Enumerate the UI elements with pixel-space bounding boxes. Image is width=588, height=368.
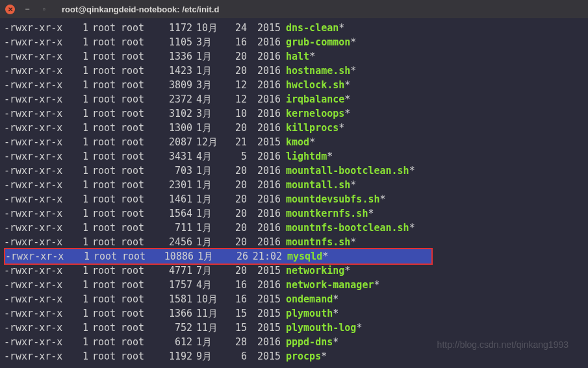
file-day: 28 [225,335,247,349]
file-links: 1 [75,49,88,64]
file-month: 3月 [192,78,225,92]
file-year: 2016 [247,335,286,349]
file-group: root [121,292,153,306]
file-year: 2016 [247,235,286,249]
file-day: 5 [225,149,247,164]
file-owner: root [88,306,121,321]
file-month: 12月 [192,135,225,149]
file-group: root [121,49,153,64]
file-name: mountkernfs.sh* [286,206,374,221]
file-permissions: -rwxr-xr-x [4,192,75,206]
file-year: 2016 [247,92,286,106]
file-row: -rwxr-xr-x1rootroot136611月152015plymouth… [4,306,584,321]
file-owner: root [88,149,121,164]
file-name: mysqld* [287,249,328,264]
file-month: 1月 [192,178,225,192]
file-permissions: -rwxr-xr-x [5,249,77,264]
file-permissions: -rwxr-xr-x [4,78,75,92]
file-name: hwclock.sh* [286,78,350,92]
file-permissions: -rwxr-xr-x [4,349,75,363]
file-group: root [121,264,153,278]
file-group: root [121,306,153,321]
file-group: root [122,249,155,264]
file-owner: root [88,192,121,206]
file-year: 2016 [247,164,286,178]
file-row: -rwxr-xr-x1rootroot31023月102016kerneloop… [4,106,584,121]
file-permissions: -rwxr-xr-x [4,278,75,292]
file-year: 2015 [247,264,286,278]
file-group: root [121,206,153,221]
file-row: -rwxr-xr-x1rootroot117210月242015dns-clea… [4,21,584,35]
minimize-icon[interactable]: − [23,5,32,14]
file-day: 20 [225,121,247,135]
file-permissions: -rwxr-xr-x [4,121,75,135]
close-icon[interactable]: ✕ [5,5,15,14]
executable-marker: * [344,93,350,105]
executable-marker: * [333,336,339,348]
file-permissions: -rwxr-xr-x [4,264,75,278]
file-name: plymouth-log* [286,321,362,335]
file-year: 2016 [247,192,286,206]
file-month: 4月 [192,278,225,292]
file-permissions: -rwxr-xr-x [4,135,75,149]
executable-marker: * [356,322,362,334]
executable-marker: * [333,293,339,305]
file-month: 11月 [192,321,225,335]
file-links: 1 [75,135,88,149]
file-name: kmod* [286,135,315,149]
titlebar: ✕ − ▫ root@qinkangdeid-notebook: /etc/in… [0,0,588,18]
file-group: root [121,278,153,292]
file-year: 2015 [247,21,286,35]
file-day: 10 [225,106,247,121]
file-group: root [121,149,153,164]
file-links: 1 [75,321,88,335]
executable-marker: * [374,279,379,291]
file-owner: root [88,278,121,292]
file-month: 10月 [192,21,225,35]
file-year: 2016 [247,221,286,235]
file-group: root [121,349,153,363]
executable-marker: * [339,22,344,34]
file-day: 20 [225,164,247,178]
file-month: 9月 [192,349,225,363]
file-size: 1105 [153,35,192,49]
terminal-output[interactable]: -rwxr-xr-x1rootroot117210月242015dns-clea… [0,18,588,366]
file-size: 1461 [153,192,192,206]
file-size: 3431 [153,149,192,164]
file-owner: root [88,206,121,221]
file-size: 2456 [153,235,192,249]
file-name: halt* [286,49,315,64]
file-row: -rwxr-xr-x1rootroot7111月202016mountnfs-b… [4,221,584,235]
executable-marker: * [368,208,374,219]
file-year: 2016 [247,178,286,192]
file-owner: root [88,221,121,235]
file-links: 1 [75,21,88,35]
file-name: procps* [286,349,327,363]
file-links: 1 [75,35,88,49]
file-size: 1757 [153,278,192,292]
file-month: 10月 [192,292,225,306]
maximize-icon[interactable]: ▫ [40,5,49,14]
file-owner: root [88,321,121,335]
file-size: 2301 [153,178,192,192]
file-year: 2015 [247,349,286,363]
file-day: 15 [225,306,247,321]
file-month: 7月 [192,264,225,278]
file-month: 1月 [192,235,225,249]
file-day: 20 [225,221,247,235]
executable-marker: * [380,193,386,205]
file-year: 2015 [247,321,286,335]
file-links: 1 [75,149,88,164]
file-owner: root [88,264,121,278]
file-size: 1192 [153,349,192,363]
window-title: root@qinkangdeid-notebook: /etc/init.d [62,5,219,14]
file-permissions: -rwxr-xr-x [4,321,75,335]
file-permissions: -rwxr-xr-x [4,49,75,64]
file-year: 2016 [247,49,286,64]
file-day: 16 [225,292,247,306]
file-size: 1581 [153,292,192,306]
file-size: 1300 [153,121,192,135]
file-name: mountall.sh* [286,178,356,192]
file-month: 1月 [192,335,225,349]
file-owner: root [88,178,121,192]
